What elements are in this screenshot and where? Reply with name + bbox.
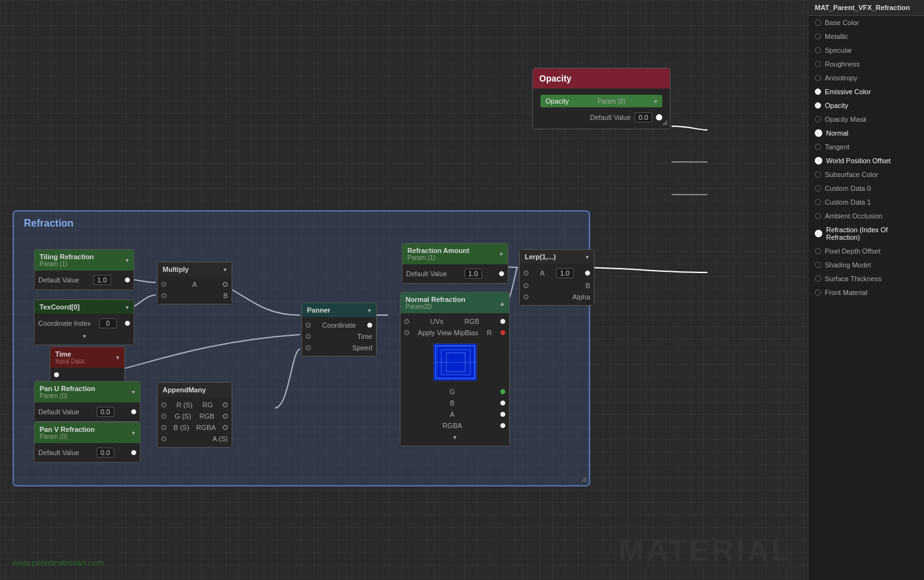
svg-rect-0 bbox=[434, 343, 476, 381]
time-node: Time Input Data ▾ bbox=[50, 346, 125, 382]
normal-uvs-port bbox=[404, 319, 409, 324]
panel-item-custom-data-0[interactable]: Custom Data 0 bbox=[808, 181, 924, 195]
dot-surface-thickness bbox=[815, 276, 821, 282]
panel-item-anisotropy[interactable]: Anisotropy bbox=[808, 71, 924, 85]
pan-v-value[interactable]: 0.0 bbox=[97, 448, 114, 458]
time-out-port bbox=[54, 372, 59, 377]
pan-u-out-port bbox=[131, 409, 136, 414]
refraction-group-resize[interactable]: ◢ bbox=[581, 474, 586, 483]
texcoord-expand[interactable]: ▾ bbox=[83, 333, 86, 340]
panel-item-world-position-offset[interactable]: World Position Offset bbox=[808, 154, 924, 168]
tiling-refraction-value[interactable]: 1.0 bbox=[94, 275, 111, 285]
panel-item-tangent[interactable]: Tangent bbox=[808, 140, 924, 154]
opacity-default-row: Default Value 0.0 bbox=[537, 110, 666, 125]
panner-chevron[interactable]: ▾ bbox=[368, 307, 371, 314]
refraction-group: Refraction Tiling Refraction Param (1) ▾… bbox=[13, 210, 590, 486]
panner-node: Panner ▾ Coordinate Time Speed bbox=[301, 303, 377, 357]
time-chevron[interactable]: ▾ bbox=[116, 354, 119, 361]
opacity-chevron[interactable]: ▾ bbox=[654, 98, 657, 105]
dot-tangent bbox=[815, 144, 821, 150]
normal-refraction-collapse[interactable]: ▴ bbox=[500, 299, 504, 308]
normal-refraction-expand[interactable]: ▾ bbox=[453, 434, 456, 441]
resize-handle[interactable]: ◢ bbox=[662, 117, 667, 126]
texcoord-header: TexCoord[0] ▾ bbox=[35, 300, 134, 314]
refraction-amount-sub: Param (1) bbox=[407, 254, 470, 261]
time-body bbox=[50, 368, 124, 382]
tiling-refraction-header: Tiling Refraction Param (1) ▾ bbox=[35, 250, 134, 271]
panner-speed-row: Speed bbox=[302, 342, 376, 353]
opacity-default-value[interactable]: 0.0 bbox=[635, 112, 652, 122]
multiply-body: A B bbox=[158, 276, 232, 304]
pan-u-value[interactable]: 0.0 bbox=[97, 407, 114, 417]
pan-u-chevron[interactable]: ▾ bbox=[132, 389, 135, 395]
tiling-refraction-chevron[interactable]: ▾ bbox=[126, 257, 129, 264]
normal-refraction-node: Normal Refraction Param2D ▴ UVs RGB Appl… bbox=[400, 292, 510, 446]
texcoord-title: TexCoord[0] bbox=[40, 303, 80, 311]
lerp-a-row: A 1.0 bbox=[520, 266, 594, 280]
texture-svg bbox=[434, 343, 476, 381]
panel-item-shading-model[interactable]: Shading Model bbox=[808, 258, 924, 272]
refraction-amount-node: Refraction Amount Param (1) ▾ Default Va… bbox=[402, 243, 508, 284]
lerp-b-row: B bbox=[520, 280, 594, 291]
lerp-chevron[interactable]: ▾ bbox=[586, 254, 589, 260]
tiling-refraction-default-row: Default Value 1.0 bbox=[35, 273, 134, 287]
lerp-a-value[interactable]: 1.0 bbox=[556, 268, 574, 278]
multiply-header: Multiply ▾ bbox=[158, 262, 232, 276]
dot-front-material bbox=[815, 289, 821, 296]
dot-emissive-color bbox=[815, 89, 821, 95]
lerp-alpha-port bbox=[524, 294, 529, 299]
dot-custom-data-1 bbox=[815, 199, 821, 205]
panel-item-refraction[interactable]: Refraction (Index Of Refraction) bbox=[808, 223, 924, 244]
multiply-a-port bbox=[161, 282, 166, 287]
texcoord-chevron[interactable]: ▾ bbox=[126, 304, 129, 311]
panel-item-opacity[interactable]: Opacity bbox=[808, 99, 924, 112]
material-label: MATERIAL bbox=[619, 533, 792, 567]
texcoord-coord-row: Coordinate Index 0 bbox=[35, 316, 134, 330]
normal-rgba-row: RGBA bbox=[400, 420, 509, 431]
append-many-rs-row: R (S) RG bbox=[158, 399, 232, 411]
append-rgb-out-port bbox=[223, 414, 228, 419]
opacity-param-box: Opacity Param (0) ▾ bbox=[540, 95, 662, 107]
panel-item-normal[interactable]: Normal bbox=[808, 126, 924, 140]
panel-item-ambient-occlusion[interactable]: Ambient Occlusion bbox=[808, 209, 924, 223]
normal-refraction-header: Normal Refraction Param2D ▴ bbox=[400, 293, 509, 313]
refraction-amount-title: Refraction Amount bbox=[407, 247, 470, 254]
refraction-amount-header: Refraction Amount Param (1) ▾ bbox=[402, 244, 508, 264]
panel-item-specular[interactable]: Specular bbox=[808, 43, 924, 57]
time-title: Time bbox=[55, 350, 84, 358]
dot-anisotropy bbox=[815, 75, 821, 81]
normal-a-out-port bbox=[500, 412, 505, 417]
lerp-title: Lerp(1,...) bbox=[525, 253, 556, 260]
panner-time-row: Time bbox=[302, 331, 376, 342]
normal-refraction-title: Normal Refraction bbox=[406, 296, 465, 303]
multiply-chevron[interactable]: ▾ bbox=[223, 266, 227, 273]
normal-rgb-out-port bbox=[500, 319, 505, 324]
panel-item-base-color[interactable]: Base Color bbox=[808, 16, 924, 30]
panel-item-subsurface-color[interactable]: Subsurface Color bbox=[808, 168, 924, 181]
panel-item-emissive-color[interactable]: Emissive Color bbox=[808, 85, 924, 99]
panel-item-metallic[interactable]: Metallic bbox=[808, 30, 924, 43]
svg-rect-5 bbox=[446, 353, 465, 372]
panel-item-opacity-mask[interactable]: Opacity Mask bbox=[808, 112, 924, 126]
svg-rect-1 bbox=[437, 346, 475, 378]
panel-item-roughness[interactable]: Roughness bbox=[808, 57, 924, 71]
normal-b-row: B bbox=[400, 397, 509, 409]
dot-world-position-offset bbox=[815, 157, 822, 164]
normal-g-row: G bbox=[400, 386, 509, 397]
pan-v-chevron[interactable]: ▾ bbox=[132, 429, 135, 436]
texcoord-value[interactable]: 0 bbox=[99, 318, 117, 328]
svg-rect-4 bbox=[441, 350, 470, 375]
opacity-node-body: Opacity Param (0) ▾ Default Value 0.0 bbox=[533, 89, 670, 129]
normal-r-out-port bbox=[500, 330, 505, 335]
refraction-amount-chevron[interactable]: ▾ bbox=[500, 250, 503, 257]
refraction-amount-value[interactable]: 1.0 bbox=[465, 269, 482, 279]
normal-g-out-port bbox=[500, 389, 505, 394]
panel-item-surface-thickness[interactable]: Surface Thickness bbox=[808, 272, 924, 286]
refraction-group-title: Refraction bbox=[14, 212, 589, 235]
dot-opacity bbox=[815, 102, 821, 109]
panel-item-custom-data-1[interactable]: Custom Data 1 bbox=[808, 195, 924, 209]
panel-item-front-material[interactable]: Front Material bbox=[808, 286, 924, 299]
pan-v-out-port bbox=[131, 450, 136, 455]
lerp-b-port bbox=[524, 283, 529, 288]
panel-item-pixel-depth-offset[interactable]: Pixel Depth Offset bbox=[808, 244, 924, 258]
